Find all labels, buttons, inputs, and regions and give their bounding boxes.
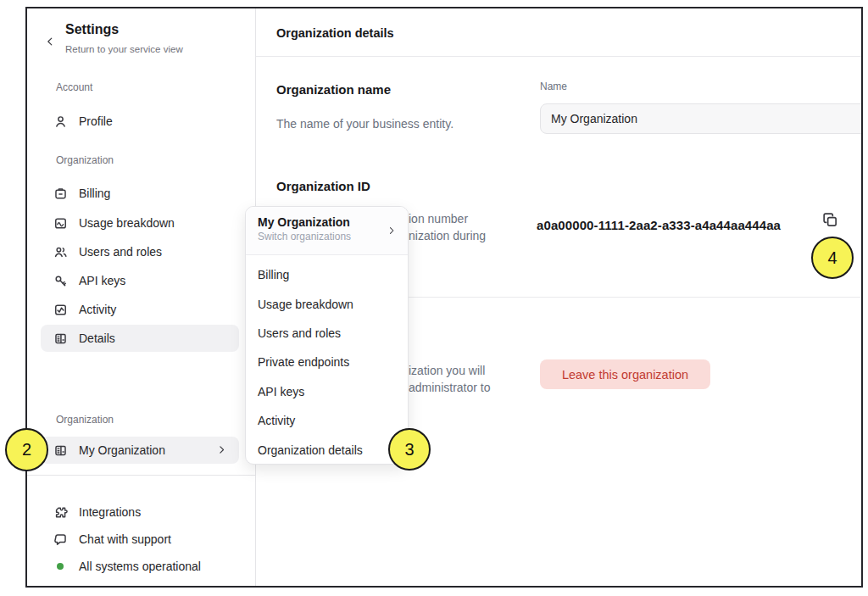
- sidebar-item-label: Activity: [79, 303, 116, 316]
- sidebar-item-api-keys[interactable]: API keys: [41, 267, 239, 294]
- menu-item-activity[interactable]: Activity: [246, 406, 408, 435]
- leave-description-fragment: ization you will: [409, 364, 485, 377]
- page-title: Organization details: [276, 26, 394, 40]
- status-label: All systems operational: [79, 560, 201, 573]
- puzzle-icon: [53, 505, 68, 520]
- sidebar-item-label: Billing: [79, 187, 110, 200]
- sidebar-item-activity[interactable]: Activity: [41, 296, 239, 323]
- sidebar-item-label: Details: [79, 331, 115, 345]
- org-name-description: The name of your business entity.: [276, 117, 453, 131]
- sidebar-title: Settings: [65, 22, 119, 37]
- sidebar-item-billing[interactable]: Billing: [41, 180, 239, 207]
- org-name-heading: Organization name: [276, 82, 391, 97]
- dropdown-org-name: My Organization: [258, 215, 396, 229]
- sidebar-item-system-status[interactable]: All systems operational: [41, 553, 239, 580]
- menu-item-private-endpoints[interactable]: Private endpoints: [246, 348, 408, 376]
- dropdown-items: Billing Usage breakdown Users and roles …: [246, 255, 408, 465]
- sidebar-item-profile[interactable]: Profile: [41, 108, 239, 135]
- chevron-right-icon: [216, 444, 227, 458]
- billing-icon: [53, 187, 68, 201]
- sidebar-subtitle: Return to your service view: [65, 44, 183, 54]
- sidebar-item-label: Chat with support: [79, 532, 171, 546]
- dropdown-org-switcher[interactable]: My Organization Switch organizations: [246, 207, 408, 255]
- status-dot-icon: [53, 560, 68, 574]
- sidebar-item-details[interactable]: Details: [41, 325, 239, 352]
- sidebar-item-label: Integrations: [79, 505, 141, 519]
- section-label-organization: Organization: [56, 154, 114, 166]
- activity-pulse-icon: [53, 303, 68, 317]
- org-id-description-fragment: nization during: [409, 229, 486, 242]
- sidebar-item-usage-breakdown[interactable]: Usage breakdown: [41, 209, 239, 237]
- back-chevron-icon[interactable]: [44, 36, 56, 51]
- building-icon: [53, 331, 68, 346]
- sidebar-divider: [27, 475, 256, 476]
- chat-bubble-icon: [53, 532, 68, 547]
- dropdown-org-subtitle: Switch organizations: [258, 231, 396, 242]
- section-label-organization-2: Organization: [56, 414, 114, 426]
- callout-badge-2: 2: [5, 428, 48, 471]
- menu-item-usage-breakdown[interactable]: Usage breakdown: [246, 289, 408, 318]
- chart-wave-icon: [53, 216, 68, 231]
- building-icon: [53, 443, 68, 458]
- chevron-right-icon: [387, 224, 397, 239]
- callout-badge-3: 3: [388, 428, 431, 471]
- sidebar-item-chat-support[interactable]: Chat with support: [41, 526, 239, 553]
- users-icon: [53, 245, 68, 259]
- callout-badge-4: 4: [811, 237, 854, 279]
- sidebar-item-label: Usage breakdown: [79, 216, 175, 230]
- menu-item-organization-details[interactable]: Organization details: [246, 435, 408, 464]
- organization-dropdown-menu: My Organization Switch organizations Bil…: [245, 206, 409, 465]
- organization-name-input[interactable]: [540, 103, 863, 134]
- sidebar-item-label: Profile: [79, 114, 113, 128]
- name-field-label: Name: [540, 81, 567, 92]
- org-id-heading: Organization ID: [276, 179, 370, 193]
- screenshot-canvas: Settings Return to your service view Acc…: [0, 0, 868, 596]
- section-label-account: Account: [56, 81, 92, 93]
- key-icon: [53, 274, 68, 288]
- settings-sidebar: Settings Return to your service view Acc…: [27, 8, 256, 586]
- menu-item-users-roles[interactable]: Users and roles: [246, 319, 408, 348]
- organization-id-value: a0a00000-1111-2aa2-a333-a4a44aa444aa: [537, 218, 781, 232]
- sidebar-item-my-organization[interactable]: My Organization: [41, 437, 239, 464]
- sidebar-item-integrations[interactable]: Integrations: [41, 499, 239, 526]
- org-id-description-fragment: ion number: [409, 212, 468, 226]
- sidebar-item-label: My Organization: [79, 443, 165, 457]
- leave-description-fragment: administrator to: [409, 381, 490, 394]
- copy-icon[interactable]: [821, 210, 839, 229]
- menu-item-billing[interactable]: Billing: [246, 260, 408, 289]
- person-icon: [53, 114, 68, 129]
- sidebar-item-label: Users and roles: [79, 245, 162, 259]
- header-divider: [256, 56, 861, 57]
- app-window: Settings Return to your service view Acc…: [25, 7, 863, 588]
- menu-item-api-keys[interactable]: API keys: [246, 377, 408, 406]
- leave-organization-button[interactable]: Leave this organization: [540, 359, 710, 389]
- sidebar-item-users-roles[interactable]: Users and roles: [41, 238, 239, 265]
- sidebar-item-label: API keys: [79, 274, 125, 287]
